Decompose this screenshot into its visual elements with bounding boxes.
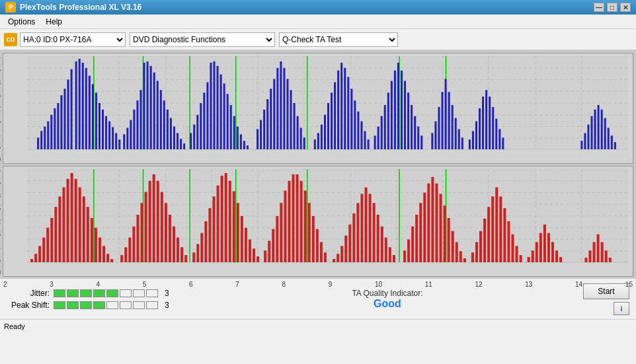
svg-rect-152 xyxy=(485,90,487,149)
svg-rect-215 xyxy=(102,246,105,262)
svg-rect-229 xyxy=(165,203,167,262)
svg-rect-133 xyxy=(411,105,413,149)
svg-rect-269 xyxy=(337,254,339,262)
svg-rect-117 xyxy=(354,100,356,149)
info-button[interactable]: i xyxy=(614,302,629,315)
svg-rect-324 xyxy=(593,242,596,262)
svg-rect-216 xyxy=(106,254,109,262)
svg-rect-70 xyxy=(180,139,182,149)
svg-rect-235 xyxy=(192,252,195,262)
svg-rect-126 xyxy=(387,92,389,149)
svg-rect-89 xyxy=(247,145,249,149)
svg-rect-156 xyxy=(498,129,500,149)
svg-rect-154 xyxy=(492,107,494,149)
svg-rect-246 xyxy=(237,203,239,262)
svg-rect-146 xyxy=(461,137,463,149)
svg-rect-60 xyxy=(147,61,149,149)
svg-rect-42 xyxy=(85,68,87,149)
svg-rect-28 xyxy=(37,137,39,149)
svg-rect-96 xyxy=(276,68,278,149)
svg-rect-116 xyxy=(350,89,352,149)
drive-dropdown[interactable]: HA:0 ID:0 PX-716A xyxy=(20,32,126,47)
svg-rect-310 xyxy=(511,235,514,262)
svg-rect-69 xyxy=(177,133,179,149)
svg-rect-61 xyxy=(150,66,152,149)
svg-rect-37 xyxy=(67,80,69,150)
svg-rect-200 xyxy=(42,238,45,262)
svg-rect-299 xyxy=(463,258,466,262)
test-dropdown[interactable]: Q-Check TA Test xyxy=(279,32,398,47)
ps-seg-2 xyxy=(67,301,79,309)
svg-rect-79 xyxy=(213,61,215,149)
svg-rect-318 xyxy=(547,233,550,262)
svg-rect-167 xyxy=(611,135,613,149)
svg-rect-140 xyxy=(442,92,444,149)
ps-seg-1 xyxy=(54,301,65,309)
svg-rect-115 xyxy=(347,77,349,149)
svg-rect-279 xyxy=(377,215,379,262)
svg-rect-312 xyxy=(520,255,522,262)
svg-rect-67 xyxy=(170,118,172,149)
svg-rect-238 xyxy=(204,221,207,262)
menu-help[interactable]: Help xyxy=(40,16,67,28)
svg-rect-232 xyxy=(177,238,179,262)
jitter-seg-7 xyxy=(133,289,145,297)
svg-rect-260 xyxy=(296,174,299,262)
svg-rect-266 xyxy=(320,242,323,262)
svg-rect-263 xyxy=(308,203,311,262)
top-chart-y-axis: 4 3.5 3 2.5 2 1.5 1 0.5 0 xyxy=(0,54,1,163)
svg-rect-209 xyxy=(79,188,81,262)
svg-rect-114 xyxy=(344,68,346,149)
svg-rect-104 xyxy=(303,137,305,149)
svg-rect-73 xyxy=(193,125,195,149)
metrics-left: Jitter: 3 Peak Shift: xyxy=(7,289,179,310)
svg-rect-71 xyxy=(183,143,185,149)
close-button[interactable]: ✕ xyxy=(620,3,631,12)
svg-rect-97 xyxy=(280,61,282,149)
svg-rect-221 xyxy=(132,227,135,262)
svg-rect-84 xyxy=(230,105,232,149)
svg-rect-265 xyxy=(316,229,319,262)
svg-rect-108 xyxy=(324,115,326,149)
svg-rect-137 xyxy=(431,133,433,149)
svg-rect-44 xyxy=(92,84,94,149)
svg-rect-33 xyxy=(54,108,56,149)
jitter-label: Jitter: xyxy=(7,289,50,298)
svg-rect-218 xyxy=(120,255,123,262)
ta-quality-section: TA Quality Indicator: Good xyxy=(179,289,583,310)
svg-rect-129 xyxy=(397,63,399,149)
maximize-button[interactable]: □ xyxy=(607,3,617,12)
svg-rect-145 xyxy=(458,129,460,149)
svg-rect-34 xyxy=(57,103,59,149)
svg-rect-230 xyxy=(169,215,171,262)
svg-rect-243 xyxy=(225,173,227,262)
svg-rect-142 xyxy=(448,92,450,149)
svg-rect-273 xyxy=(352,213,355,262)
svg-rect-134 xyxy=(414,116,416,149)
svg-rect-78 xyxy=(210,63,212,149)
svg-rect-62 xyxy=(153,73,155,149)
svg-rect-76 xyxy=(203,92,205,149)
svg-rect-314 xyxy=(532,250,534,262)
svg-rect-204 xyxy=(58,196,61,262)
bottom-chart xyxy=(27,169,627,263)
svg-rect-280 xyxy=(381,227,383,262)
menu-bar: Options Help xyxy=(0,15,636,29)
minimize-button[interactable]: — xyxy=(594,3,604,12)
svg-rect-51 xyxy=(115,133,117,149)
svg-rect-48 xyxy=(105,116,107,149)
bottom-chart-x-axis: 2 3 4 5 6 7 8 9 10 11 12 13 14 15 xyxy=(3,281,633,288)
toolbar: CD HA:0 ID:0 PX-716A DVD Diagnostic Func… xyxy=(0,29,636,50)
menu-options[interactable]: Options xyxy=(3,16,40,28)
svg-rect-168 xyxy=(614,142,616,149)
svg-rect-101 xyxy=(294,103,296,149)
function-dropdown[interactable]: DVD Diagnostic Functions xyxy=(130,32,275,47)
svg-rect-295 xyxy=(448,218,450,262)
svg-rect-220 xyxy=(128,238,131,262)
svg-rect-32 xyxy=(50,115,52,149)
svg-rect-164 xyxy=(601,110,603,149)
svg-rect-165 xyxy=(604,118,606,149)
svg-rect-277 xyxy=(369,194,372,262)
svg-rect-270 xyxy=(340,246,343,262)
svg-rect-87 xyxy=(240,134,242,149)
